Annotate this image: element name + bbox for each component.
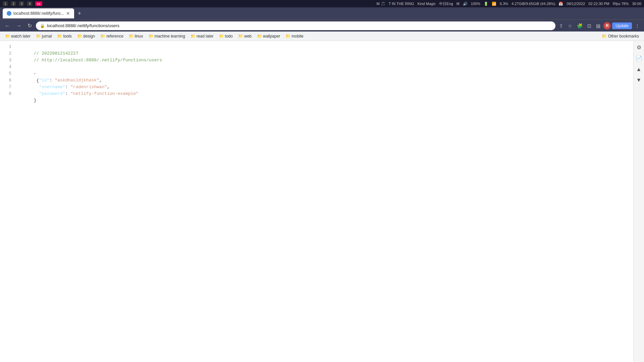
document-icon[interactable]: 📄 (634, 54, 644, 63)
bookmark-jurnal[interactable]: 📁 jurnal (34, 33, 54, 39)
bookmark-todo[interactable]: 📁 todo (217, 33, 235, 39)
star-icon[interactable]: ☆ (566, 22, 574, 29)
browser-tabs-bar: localhost:8888/.netlify/func... ✕ + (0, 7, 644, 19)
bookmark-tools[interactable]: 📁 tools (55, 33, 74, 39)
url-text: localhost:8888/.netlify/functions/users (47, 23, 119, 28)
main-content: 1 2 3 4 5 6 7 8 // 20220812142227 // htt… (0, 41, 644, 362)
scroll-up-icon[interactable]: ▲ (635, 65, 643, 74)
new-tab-button[interactable]: + (76, 10, 83, 17)
tab-2[interactable]: 2 (11, 1, 16, 6)
lang-indicator[interactable]: 中日Eng (439, 1, 453, 6)
folder-icon: 📁 (219, 34, 224, 39)
close-tab-button[interactable]: ✕ (66, 11, 70, 16)
line-numbers: 1 2 3 4 5 6 7 8 (0, 41, 15, 362)
folder-icon: 📁 (149, 34, 154, 39)
bookmark-wallpaper[interactable]: 📁 wallpaper (255, 33, 282, 39)
active-tab[interactable]: localhost:8888/.netlify/func... ✕ (3, 8, 74, 18)
address-bar[interactable]: 🔒 localhost:8888/.netlify/functions/user… (36, 21, 555, 30)
comma-2: , (107, 84, 110, 89)
folder-icon: 📁 (5, 34, 10, 39)
time: 02:22:30 PM (588, 2, 609, 6)
folder-icon: 📁 (36, 34, 41, 39)
bookmark-label: reference (106, 34, 123, 39)
line-num-5: 5 (0, 70, 15, 77)
bookmark-mobile[interactable]: 📁 mobile (283, 33, 306, 39)
comment-1: // 20220812142227 (34, 51, 78, 56)
tab-title: localhost:8888/.netlify/func... (13, 11, 64, 16)
bookmark-label: watch later (11, 34, 31, 39)
cpu-usage: 6.3% (500, 2, 508, 6)
m-label: M (457, 2, 460, 6)
system-bar-right: M 🎵 T IN THE RING Kind Magic 中日Eng M 🔊 1… (376, 1, 641, 6)
back-button[interactable]: ← (3, 21, 12, 30)
folder-icon: 📁 (191, 34, 196, 39)
folder-icon: 📁 (77, 34, 82, 39)
nav-icons-right: ⇧ ☆ 🧩 ⊡ ▤ R Update ⋮ (557, 22, 641, 29)
code-line-1: // 20220812142227 (15, 44, 633, 50)
settings-icon[interactable]: ⚙ (635, 43, 643, 52)
bookmark-label: linux (135, 34, 143, 39)
music-name: Kind Magic (418, 2, 436, 6)
key-password: "password" (39, 91, 65, 96)
profile-button[interactable]: R (603, 22, 611, 29)
bookmark-web[interactable]: 📁 web (236, 33, 254, 39)
bookmark-label: web (244, 34, 252, 39)
tab-4[interactable]: 4 (27, 1, 32, 6)
key-id: "id" (39, 78, 49, 83)
code-line-6: "username": "radenrishwan", (15, 77, 633, 84)
tab-favicon (7, 11, 11, 16)
disk-usage: 4.27GiB/9.65GiB (44.28%) (512, 2, 555, 6)
line-num-4: 4 (0, 64, 15, 70)
tab-ss[interactable]: ss (35, 1, 42, 6)
tab-1[interactable]: 1 (3, 1, 8, 6)
code-area[interactable]: // 20220812142227 // http://localhost:88… (15, 41, 633, 362)
other-bookmarks[interactable]: 📁 Other bookmarks (599, 33, 641, 39)
bookmark-label: tools (63, 34, 71, 39)
bookmark-label: mobile (291, 34, 303, 39)
line-num-3: 3 (0, 57, 15, 64)
update-button[interactable]: Update (612, 22, 632, 29)
code-indent (34, 78, 39, 83)
scroll-down-icon[interactable]: ▼ (635, 76, 643, 84)
forward-button[interactable]: → (14, 21, 23, 30)
key-username: "username" (39, 84, 65, 89)
bookmark-linux[interactable]: 📁 linux (126, 33, 146, 39)
reload-button[interactable]: ↻ (25, 21, 34, 30)
code-indent (34, 84, 39, 89)
bookmark-read-later[interactable]: 📁 read later (188, 33, 216, 39)
sidebar-icon[interactable]: ▤ (594, 22, 602, 29)
bookmark-label: jurnal (42, 34, 52, 39)
security-icon: 🔒 (40, 23, 45, 28)
bookmarks-bar: 📁 watch later 📁 jurnal 📁 tools 📁 design … (0, 32, 644, 41)
line-num-1: 1 (0, 44, 15, 50)
val-password: "netlify-function-example" (70, 91, 139, 96)
system-bar-left: 1 2 3 4 ss (3, 1, 42, 6)
code-indent (34, 91, 39, 96)
comment-2: // http://localhost:8888/.netlify/functi… (34, 58, 162, 63)
navigation-bar: ← → ↻ 🔒 localhost:8888/.netlify/function… (0, 19, 644, 32)
code-line-2: // http://localhost:8888/.netlify/functi… (15, 50, 633, 57)
volume-icon: 🔊 (463, 2, 468, 6)
bookmark-design[interactable]: 📁 design (75, 33, 97, 39)
battery-icon: 🔋 (484, 2, 488, 6)
bookmark-reference[interactable]: 📁 reference (98, 33, 126, 39)
extension-icon[interactable]: 🧩 (575, 22, 584, 29)
line-num-8: 8 (0, 90, 15, 97)
side-toolbar: ⚙ 📄 ▲ ▼ (633, 41, 644, 362)
bookmark-machine-learning[interactable]: 📁 machine learning (146, 33, 187, 39)
line-num-2: 2 (0, 50, 15, 57)
battery-indicator: 100% (471, 2, 480, 6)
folder-icon: 📁 (57, 34, 62, 39)
collapse-arrow[interactable]: ▾ (34, 72, 36, 76)
bookmark-label: wallpaper (263, 34, 280, 39)
other-bookmarks-label: Other bookmarks (608, 34, 639, 39)
share-icon[interactable]: ⇧ (557, 22, 565, 29)
pip-icon[interactable]: ⊡ (586, 22, 593, 29)
tab-3[interactable]: 3 (19, 1, 24, 6)
folder-icon: 📁 (238, 34, 243, 39)
menu-icon[interactable]: ⋮ (633, 22, 641, 29)
bookmark-watch-later[interactable]: 📁 watch later (3, 33, 33, 39)
bookmark-label: todo (225, 34, 233, 39)
folder-icon: 📁 (257, 34, 262, 39)
folder-icon: 📁 (602, 34, 607, 39)
